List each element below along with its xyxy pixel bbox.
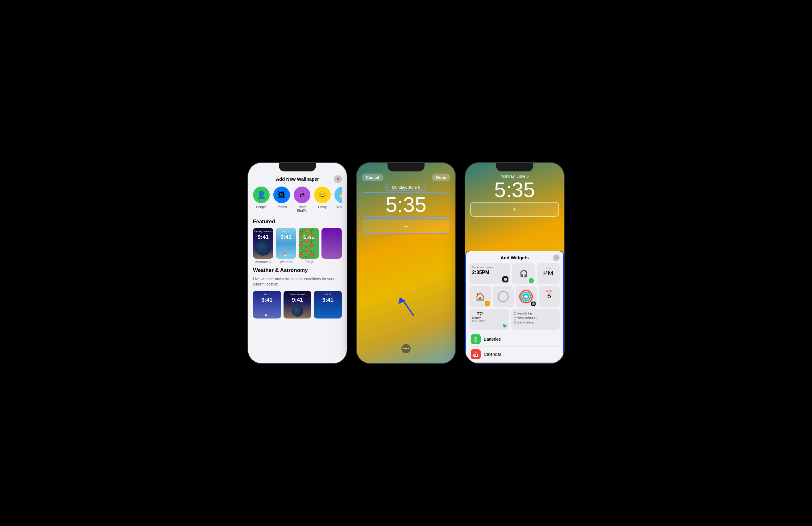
extra-thumbnail xyxy=(321,228,342,259)
batteries-app-icon: 🔋 xyxy=(471,334,481,344)
phone-2-screen: Cancel Done Monday, June 6 5:35 + xyxy=(357,163,455,363)
weather-section-desc: Live weather and astronomical conditions… xyxy=(253,276,342,287)
wallpaper-bg: Add New Wallpaper × 👤 People 🖼 Photos xyxy=(248,163,347,363)
fitness-widget-card[interactable] xyxy=(516,286,537,307)
p3-plus-icon: + xyxy=(513,206,517,213)
weather-featured-label: Weather xyxy=(276,260,296,264)
notch xyxy=(279,163,316,171)
p3-notch xyxy=(496,163,533,171)
wallpaper-options-row: 👤 People 🖼 Photos ⇄ PhotoShuffle 😊 xyxy=(253,186,342,212)
weather-icon: ⛅ xyxy=(334,186,342,203)
batteries-app-item[interactable]: 🔋 Batteries xyxy=(469,332,560,347)
featured-astronomy[interactable]: Tuesday, January 9 9:41 Astronomy xyxy=(253,228,273,264)
add-widget-icon: + xyxy=(404,223,408,230)
featured-section-title: Featured xyxy=(253,219,342,225)
airpods-battery-badge: ✓ xyxy=(529,278,534,283)
featured-weather[interactable]: Mon 6 9:41 ⏰ ↕ Weather xyxy=(276,228,296,264)
add-widgets-title: Add Widgets xyxy=(501,255,529,260)
emoji-label: Emoji xyxy=(318,205,327,209)
p3-widget-area[interactable]: + xyxy=(470,202,559,217)
p3-lockscreen-bg: Monday, June 6 5:35 + Add Widgets × xyxy=(465,163,564,363)
p2-notch xyxy=(388,163,424,171)
weather-detail-widget-card[interactable]: ☁️ 77° Cloudy H:77° L:60° 🐦 xyxy=(469,309,509,330)
page-dots xyxy=(401,344,411,354)
weather-label: Weather xyxy=(336,205,342,209)
sheet-title: Add New Wallpaper xyxy=(276,176,319,182)
batteries-app-name: Batteries xyxy=(484,337,501,342)
circle-widget-card[interactable]: 🕐 xyxy=(493,286,514,307)
phone-1: Add New Wallpaper × 👤 People 🖼 Photos xyxy=(248,163,347,363)
date-widget[interactable]: Monday, June 6 xyxy=(357,184,455,191)
lockscreen-bg: Cancel Done Monday, June 6 5:35 + xyxy=(357,163,455,363)
p3-time-display: 5:35 xyxy=(465,179,564,200)
people-label: People xyxy=(256,205,266,209)
add-widgets-close-button[interactable]: × xyxy=(553,254,560,261)
phone-3-screen: Monday, June 6 5:35 + Add Widgets × xyxy=(465,163,564,363)
option-people[interactable]: 👤 People xyxy=(253,186,270,212)
emoji-featured-label: Emoji xyxy=(299,260,319,264)
arrow-annotation xyxy=(397,291,418,320)
option-emoji[interactable]: 😊 Emoji xyxy=(314,186,331,212)
todo-widget-card[interactable]: Recycle bin Write nomad e... Call Americ… xyxy=(511,309,560,330)
weather-thumbnail: Mon 6 9:41 ⏰ ↕ xyxy=(276,228,296,259)
astronomy-label: Astronomy xyxy=(253,260,273,264)
add-widgets-panel: Add Widgets × Cupertino -3HRS 2:35PM 🕐 xyxy=(465,251,564,363)
airpods-widget-card[interactable]: 🎧 ✓ xyxy=(512,263,535,284)
lock-widget-card[interactable]: 🏠 🔓 xyxy=(469,286,491,307)
phone-2: Cancel Done Monday, June 6 5:35 + xyxy=(357,163,455,363)
cancel-button[interactable]: Cancel xyxy=(362,174,383,181)
featured-emoji[interactable]: Mon 6 9:41 🎄🍁🎄🍁🎄🍁🎄🍁🎄🍁🎄🍁🎄🍁🎄🍁🎄🍁🎄🍁🎄🍁🎄🍁 Emoj… xyxy=(299,228,319,264)
option-photos[interactable]: 🖼 Photos xyxy=(273,186,290,212)
calendar-app-item[interactable]: 📅 Calendar xyxy=(469,347,560,362)
sheet-header: Add New Wallpaper × xyxy=(253,176,342,182)
phone-1-screen: Add New Wallpaper × 👤 People 🖼 Photos xyxy=(248,163,347,363)
calendar-widget-card-1[interactable]: 2:00 PM xyxy=(537,263,560,284)
weather-thumb-1[interactable]: Mon 6 9:41 ⏰ ↕ xyxy=(253,291,281,318)
option-photo-shuffle[interactable]: ⇄ PhotoShuffle xyxy=(294,186,310,212)
date-display: Monday, June 6 xyxy=(386,184,426,191)
widget-row-2: 🏠 🔓 🕐 xyxy=(469,286,560,307)
phone-3: Monday, June 6 5:35 + Add Widgets × xyxy=(465,163,564,363)
photo-shuffle-icon: ⇄ xyxy=(294,186,310,203)
widget-row-1: Cupertino -3HRS 2:35PM 🕐 🎧 ✓ xyxy=(469,263,560,284)
photo-shuffle-label: PhotoShuffle xyxy=(297,205,307,212)
calendar-widget-card-2[interactable]: MON 6 xyxy=(539,286,560,307)
option-weather[interactable]: ⛅ Weather xyxy=(334,186,342,212)
calendar-app-icon: 📅 xyxy=(471,349,481,359)
add-wallpaper-sheet: Add New Wallpaper × 👤 People 🖼 Photos xyxy=(248,163,347,363)
emoji-thumbnail: Mon 6 9:41 🎄🍁🎄🍁🎄🍁🎄🍁🎄🍁🎄🍁🎄🍁🎄🍁🎄🍁🎄🍁🎄🍁🎄🍁 xyxy=(299,228,319,259)
weather-thumb-3[interactable]: Mon 6 9:41 xyxy=(314,291,342,318)
featured-extra[interactable] xyxy=(321,228,342,264)
scene: Add New Wallpaper × 👤 People 🖼 Photos xyxy=(236,150,576,376)
emoji-icon: 😊 xyxy=(314,186,331,203)
people-icon: 👤 xyxy=(253,186,270,203)
add-widgets-header: Add Widgets × xyxy=(469,255,560,260)
weather-thumb-2[interactable]: Tuesday, January 9 9:41 xyxy=(284,291,311,318)
weather-widget-card[interactable]: Cupertino -3HRS 2:35PM 🕐 xyxy=(469,263,510,284)
photos-label: Photos xyxy=(276,205,287,209)
weather-section-title: Weather & Astronomy xyxy=(253,267,342,273)
photos-icon: 🖼 xyxy=(273,186,290,203)
done-button[interactable]: Done xyxy=(432,174,451,181)
time-display: 5:35 xyxy=(362,192,450,217)
clock-overlay-icon: 🕐 xyxy=(502,276,508,282)
featured-grid: Tuesday, January 9 9:41 Astronomy Mon 6 … xyxy=(253,228,342,264)
sheet-close-button[interactable]: × xyxy=(334,175,342,183)
weather-grid: Mon 6 9:41 ⏰ ↕ Tuesday, January 9 9:41 M… xyxy=(253,291,342,318)
calendar-app-name: Calendar xyxy=(484,352,501,357)
widget-add-area[interactable]: + xyxy=(362,219,450,234)
astronomy-thumbnail: Tuesday, January 9 9:41 xyxy=(253,228,273,259)
widget-row-3: ☁️ 77° Cloudy H:77° L:60° 🐦 xyxy=(469,309,560,330)
